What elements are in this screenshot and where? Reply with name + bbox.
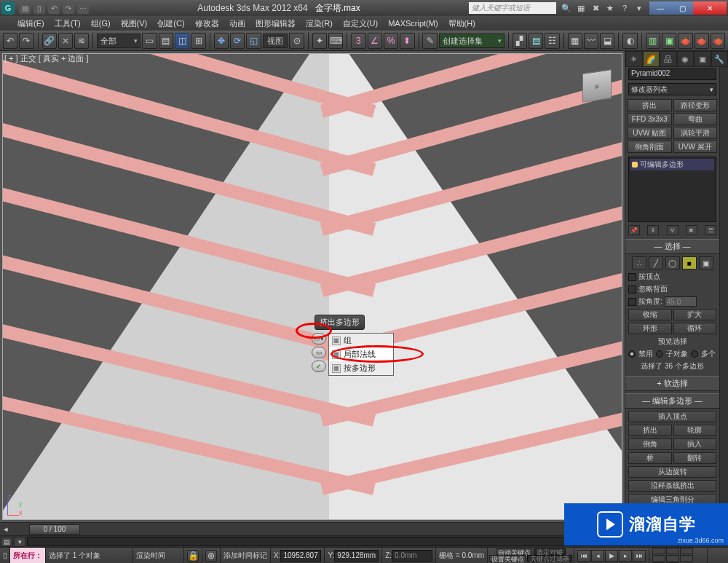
isolate-icon[interactable]: ⊕ (205, 550, 217, 562)
viewport-canvas[interactable] (2, 53, 622, 520)
selection-filter-dropdown[interactable]: 全部 (97, 34, 141, 48)
mirror-icon[interactable]: ▞ (513, 33, 527, 49)
menu-group[interactable]: 组(G) (91, 18, 111, 29)
select-scale-icon[interactable]: ◱ (246, 33, 261, 49)
chk-ignore-backfacing[interactable] (628, 286, 636, 294)
layers-icon[interactable]: ☷ (545, 33, 559, 49)
window-crossing-icon[interactable]: ⊞ (191, 33, 205, 49)
btn-hinge[interactable]: 从边旋转 (628, 466, 716, 478)
configure-sets-icon[interactable]: ☰ (705, 225, 716, 235)
maximize-button[interactable]: ▢ (671, 1, 693, 15)
favorite-icon[interactable]: ★ (604, 2, 616, 14)
btn-loop[interactable]: 循环 (673, 323, 717, 334)
nav-maximize-icon[interactable] (680, 555, 693, 562)
add-time-tag[interactable]: 添加时间标记 (221, 548, 271, 563)
render-prod-icon[interactable]: 🫖 (678, 33, 692, 49)
btn-extrude[interactable]: 挤出 (628, 425, 672, 436)
btn-insert-vertex[interactable]: 插入顶点 (628, 411, 716, 422)
graphite-ribbon-icon[interactable]: ▦ (568, 33, 582, 49)
qat-undo-icon[interactable]: ↶ (48, 2, 60, 14)
subobj-polygon-icon[interactable]: ■ (682, 256, 697, 269)
setkey-button[interactable]: 设置关键点 (489, 555, 526, 562)
viewcube[interactable]: ▦ (578, 66, 616, 103)
use-center-icon[interactable]: ⊙ (289, 33, 304, 49)
menu-maxscript[interactable]: MAXScript(M) (388, 19, 438, 28)
goto-end-icon[interactable]: ⏭ (633, 550, 646, 562)
menu-modifiers[interactable]: 修改器 (195, 18, 219, 29)
select-region-icon[interactable]: ◫ (175, 33, 189, 49)
tab-modify-icon[interactable]: 🌈 (643, 51, 660, 67)
btn-flip[interactable]: 翻转 (673, 452, 717, 464)
qat-open-icon[interactable]: ▯ (33, 2, 45, 14)
select-rotate-icon[interactable]: ⟳ (230, 33, 245, 49)
make-unique-icon[interactable]: ∀ (667, 225, 678, 235)
caddy-opt-group[interactable]: ▦组 (329, 334, 393, 347)
qat-new-icon[interactable]: ▤ (19, 2, 31, 14)
viewport-label[interactable]: [ + ] 正交 [ 真实 + 边面 ] (4, 53, 89, 64)
spinner-snap-icon[interactable]: ⬍ (400, 33, 414, 49)
tab-display-icon[interactable]: ▣ (694, 51, 711, 67)
modbtn-unwrap[interactable]: UVW 展开 (673, 141, 718, 153)
subobj-border-icon[interactable]: ◯ (665, 256, 680, 269)
render-iter-icon[interactable]: 🫖 (695, 33, 709, 49)
menu-tools[interactable]: 工具(T) (55, 18, 81, 29)
curve-editor-icon[interactable]: 〰 (584, 33, 598, 49)
rollout-selection-header[interactable]: — 选择 — (625, 239, 719, 254)
select-by-name-icon[interactable]: ▤ (159, 33, 173, 49)
caddy-opt-bypoly[interactable]: ▦按多边形 (329, 361, 393, 375)
app-icon[interactable]: G (1, 1, 15, 15)
radio-multi[interactable] (691, 350, 698, 358)
menu-edit[interactable]: 编辑(E) (17, 18, 44, 29)
caddy-type-button[interactable]: ▭▾ (312, 333, 326, 345)
percent-snap-icon[interactable]: % (384, 33, 398, 49)
modifier-stack[interactable]: 可编辑多边形 (628, 157, 716, 222)
chk-by-angle[interactable] (628, 298, 636, 306)
menu-grapheditors[interactable]: 图形编辑器 (256, 18, 296, 29)
tab-motion-icon[interactable]: ◉ (677, 51, 695, 67)
modbtn-uvwmap[interactable]: UVW 贴图 (628, 127, 672, 139)
bind-spacewarp-icon[interactable]: ≋ (74, 33, 89, 49)
pin-stack-icon[interactable]: 📌 (628, 225, 640, 235)
render-active-icon[interactable]: 🫖 (711, 33, 725, 49)
key-filter[interactable]: 关键点过滤器 (527, 555, 572, 562)
coord-x[interactable]: 10952.807 (280, 550, 321, 562)
exchange-icon[interactable]: ✖ (590, 2, 601, 14)
close-button[interactable]: ✕ (693, 1, 727, 15)
menu-rendering[interactable]: 渲染(R) (306, 18, 333, 29)
coord-y[interactable]: 929.128mm (334, 550, 379, 562)
link-icon[interactable]: 🔗 (42, 33, 57, 49)
subscription-icon[interactable]: ▦ (575, 2, 587, 14)
bulb-icon[interactable] (632, 162, 638, 168)
viewport[interactable]: [ + ] 正交 [ 真实 + 边面 ] ▦ (0, 51, 625, 522)
time-slider-handle[interactable]: 0 / 100 (29, 524, 80, 535)
caddy-opt-localnormal[interactable]: ▦局部法线 (329, 347, 393, 361)
subobj-edge-icon[interactable]: ╱ (649, 256, 663, 269)
modbtn-turbosmooth[interactable]: 涡轮平滑 (673, 127, 718, 139)
qat-redo-icon[interactable]: ↷ (63, 2, 74, 14)
subobj-element-icon[interactable]: ▣ (699, 256, 713, 269)
nav-pan-icon[interactable] (652, 548, 665, 554)
select-object-icon[interactable]: ▭ (142, 33, 157, 49)
select-manipulate-icon[interactable]: ✦ (312, 33, 327, 49)
rollout-editpoly-header[interactable]: — 编辑多边形 — (625, 393, 719, 409)
snap-toggle-icon[interactable]: 3 (351, 33, 365, 49)
render-setup-icon[interactable]: ▥ (646, 33, 660, 49)
menu-help[interactable]: 帮助(H) (448, 18, 475, 29)
btn-inset[interactable]: 插入 (673, 438, 717, 450)
panel-scrollbar[interactable] (719, 67, 728, 522)
btn-shrink[interactable]: 收缩 (628, 309, 672, 320)
named-selection-dropdown[interactable]: 创建选择集 (439, 34, 505, 48)
prev-frame-icon[interactable]: ◂ (591, 550, 604, 562)
radio-subobj[interactable] (656, 350, 663, 358)
trackbar-filter-icon[interactable]: ▾ (14, 537, 25, 547)
lock-selection-icon[interactable]: 🔒 (187, 550, 199, 562)
help-icon[interactable]: ? (619, 2, 630, 14)
autokey-button[interactable]: 自动关键点 (496, 548, 532, 555)
help-search-input[interactable]: 健入关键字或短语 (469, 2, 556, 14)
menu-create[interactable]: 创建(C) (157, 18, 184, 29)
infocenter-search-icon[interactable]: 🔍 (561, 2, 572, 14)
next-frame-icon[interactable]: ▸ (619, 550, 632, 562)
material-editor-icon[interactable]: ◐ (622, 33, 637, 49)
modifier-list-dropdown[interactable]: 修改器列表 (628, 83, 716, 95)
modbtn-ffd[interactable]: FFD 3x3x3 (628, 113, 672, 125)
